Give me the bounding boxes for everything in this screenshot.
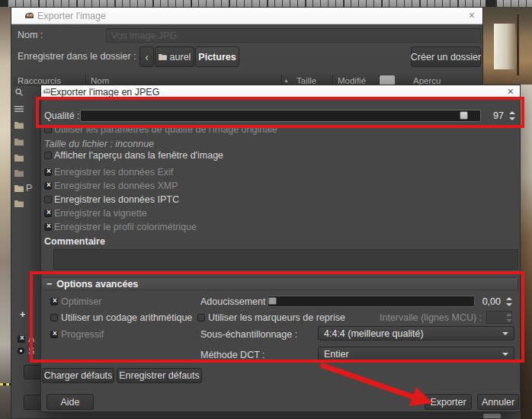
- background-option-a-fragment: A: [28, 334, 34, 344]
- checkbox[interactable]: ×: [44, 152, 52, 159]
- photo-curtain: [494, 24, 515, 69]
- checkbox[interactable]: ×: [44, 126, 52, 133]
- gimp-wilber-icon: [24, 11, 34, 21]
- save-color-profile-label[interactable]: Enregistrer le profil colorimétrique: [54, 222, 197, 232]
- radio-button[interactable]: [18, 347, 24, 354]
- quality-slider[interactable]: [80, 110, 481, 122]
- chevron-down-icon: [502, 353, 508, 356]
- mcu-interval-spinner[interactable]: [504, 312, 514, 324]
- canvas-photo-left-edge: [0, 7, 11, 419]
- checkbox[interactable]: ×: [44, 210, 52, 217]
- arithmetic-coding-label[interactable]: Utiliser un codage arithmétique: [61, 312, 192, 323]
- add-bookmark-icon[interactable]: +: [20, 309, 25, 320]
- load-defaults-button[interactable]: Charger défauts: [42, 368, 114, 383]
- show-preview-label[interactable]: Afficher l'aperçu dans la fenêtre d'imag…: [54, 150, 223, 161]
- subsampling-value: 4:4:4 (meilleure qualité): [324, 328, 424, 339]
- filename-value: Vos image.JPG: [111, 30, 177, 41]
- breadcrumb-current-label: Pictures: [198, 52, 236, 62]
- save-xmp-label[interactable]: Enregistrer les données XMP: [54, 181, 178, 191]
- mcu-interval-label: Intervalle (lignes MCU) :: [380, 312, 482, 323]
- shortcut-pictures-fragment[interactable]: P: [26, 183, 32, 194]
- help-button[interactable]: Aide: [46, 394, 94, 410]
- cancel-button[interactable]: Annuler: [477, 394, 519, 410]
- background-option-s-fragment: S: [28, 346, 34, 357]
- slider-handle[interactable]: [268, 297, 277, 305]
- canvas-photo-top-right: [483, 7, 532, 85]
- smoothing-spinner[interactable]: [504, 296, 514, 308]
- quality-label: Qualité :: [44, 110, 80, 121]
- close-icon[interactable]: ×: [469, 11, 475, 21]
- advanced-options-expander[interactable]: − Options avancées: [41, 277, 518, 290]
- restart-markers-label[interactable]: Utiliser les marqueurs de reprise: [208, 312, 345, 323]
- file-size-text: Taille du fichier : inconnue: [44, 139, 154, 149]
- comment-label: Commentaire: [44, 236, 105, 247]
- checkbox[interactable]: ×: [50, 298, 58, 305]
- folder-icon[interactable]: [14, 184, 24, 192]
- smoothing-value[interactable]: 0,00: [479, 296, 501, 307]
- create-folder-button[interactable]: Créer un dossier: [411, 46, 481, 67]
- export-image-titlebar[interactable]: Exporter l'image ×: [11, 8, 482, 24]
- folder-icon[interactable]: [14, 154, 24, 162]
- checkbox[interactable]: ×: [44, 168, 52, 176]
- checkbox[interactable]: ×: [18, 335, 25, 343]
- canvas-photo-right-edge: [521, 85, 532, 419]
- checkbox[interactable]: ×: [197, 314, 205, 321]
- save-exif-label[interactable]: Enregistrer les données Exif: [54, 167, 173, 178]
- progressive-label[interactable]: Progressif: [61, 329, 104, 340]
- search-icon[interactable]: [14, 88, 24, 96]
- smoothing-slider[interactable]: [268, 296, 475, 307]
- screenshot-stage: Exporter l'image × Nom : Vos image.JPG E…: [0, 0, 532, 419]
- smoothing-label: Adoucissement :: [200, 296, 271, 307]
- create-folder-label: Créer un dossier: [411, 52, 481, 62]
- checkbox[interactable]: ×: [44, 196, 52, 203]
- folder-icon[interactable]: [14, 121, 24, 129]
- horizontal-ruler: [0, 0, 532, 7]
- ruler-corner-icon: [486, 0, 495, 7]
- checkbox[interactable]: ×: [44, 223, 52, 231]
- breadcrumb-home-label: aurel: [170, 52, 191, 62]
- jpeg-dialog-titlebar[interactable]: Exporter l'image en JPEG ×: [41, 85, 520, 99]
- selection-marching-ants: [0, 383, 11, 385]
- close-icon[interactable]: ×: [508, 87, 514, 97]
- breadcrumb-back-button[interactable]: ‹: [139, 46, 154, 67]
- folder-icon[interactable]: [14, 138, 24, 146]
- checkbox[interactable]: ×: [50, 331, 58, 338]
- chevron-down-icon: [502, 332, 508, 335]
- photo-window-frame: [517, 14, 519, 75]
- folder-icon[interactable]: [14, 200, 24, 207]
- quality-spinner[interactable]: [507, 110, 517, 122]
- optimize-label[interactable]: Optimiser: [61, 296, 101, 307]
- slider-handle[interactable]: [460, 111, 468, 120]
- resize-grip[interactable]: [482, 414, 501, 418]
- folder-icon[interactable]: [14, 169, 24, 177]
- subsampling-dropdown[interactable]: 4:4:4 (meilleure qualité): [318, 326, 514, 341]
- collapse-icon: −: [46, 279, 52, 289]
- recent-icon[interactable]: [14, 105, 24, 113]
- save-defaults-button[interactable]: Enregistrer défauts: [117, 368, 202, 383]
- breadcrumb-home-button[interactable]: aurel: [155, 46, 194, 67]
- dct-method-value: Entier: [324, 349, 349, 360]
- save-thumbnail-label[interactable]: Enregistrer la vignette: [54, 208, 147, 219]
- save-iptc-label[interactable]: Enregistrer les données IPTC: [54, 194, 179, 205]
- filename-input[interactable]: Vos image.JPG: [106, 28, 481, 43]
- dct-method-dropdown[interactable]: Entier: [318, 347, 514, 361]
- use-original-quality-label[interactable]: Utiliser les paramètres de qualité de l'…: [54, 124, 277, 135]
- folder-icon: [159, 53, 167, 60]
- dct-method-label: Méthode DCT :: [200, 350, 265, 360]
- checkbox[interactable]: ×: [44, 182, 52, 190]
- quality-value[interactable]: 97: [487, 110, 504, 121]
- chevron-left-icon: ‹: [145, 51, 149, 63]
- dialog-title: Exporter l'image en JPEG: [50, 87, 159, 98]
- name-label: Nom :: [18, 30, 43, 40]
- ruler-corner-icon: [0, 0, 8, 7]
- checkbox[interactable]: ×: [50, 314, 58, 321]
- breadcrumb-current-button[interactable]: Pictures: [195, 46, 239, 67]
- comment-textarea[interactable]: [53, 249, 518, 270]
- save-in-folder-label: Enregistrer dans le dossier :: [18, 51, 136, 62]
- jpeg-export-dialog: Exporter l'image en JPEG × Qualité : 97 …: [40, 85, 521, 412]
- advanced-options-label: Options avancées: [56, 279, 138, 289]
- dialog-title: Exporter l'image: [37, 11, 106, 21]
- subsampling-label: Sous-échantillonnage :: [200, 329, 297, 340]
- export-button[interactable]: Exporter: [425, 394, 472, 410]
